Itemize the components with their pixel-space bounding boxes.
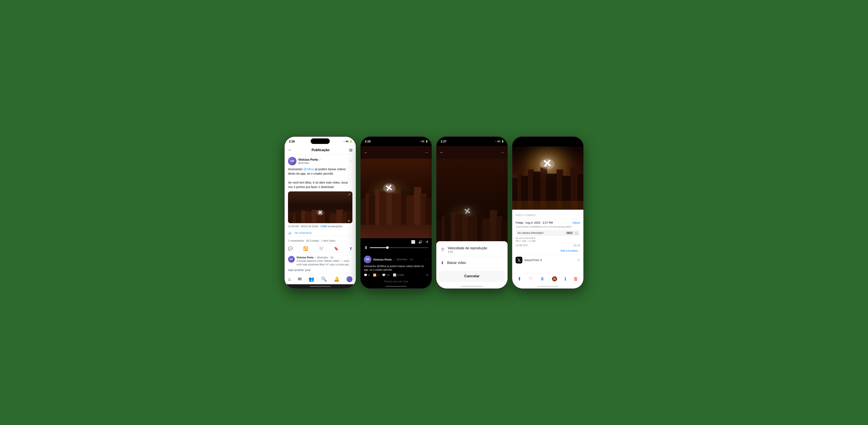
status-time-3: 2:27 [440,140,446,143]
back-button-2[interactable]: ← [364,150,368,154]
bottom-nav-1: ⌂ ✉ 👥 🔍 🔔 [285,274,356,284]
dynamic-island-3 [462,139,482,144]
home-indicator-1 [285,284,356,289]
swipe-hint-2: Deslize para ver mais [361,279,432,284]
context-menu-overlay-3[interactable]: ⏱ Velocidade de reprodução 1.0x ⬇ Baixar… [436,159,507,284]
phone-2: 2:26 ·· 4G 🔋 ← ··· [360,136,432,289]
home-bar-4 [537,286,558,287]
svg-rect-9 [336,210,343,223]
info-action-4[interactable]: ℹ [564,276,566,282]
like-stat-2[interactable]: 🤍 26 [382,273,389,277]
video-ctrl-icons-2: ⬜ 🔊 ↺ [364,240,428,244]
phone3-screen: 2:27 ·· 4G 🔋 ← ··· [436,137,507,289]
retweet-action-1[interactable]: 🔁 [303,246,308,251]
photo-bottom-bar-4: ⬆ ♡ ⏸ 🔕 ℹ 🗑 [512,273,583,284]
volume-icon-2[interactable]: 🔊 [418,240,423,244]
add-post-button-1[interactable]: Add another post [285,266,356,274]
tweet-author-2: VP Vinícius Porto ✓ @vinnitec · 1d ··· [364,255,428,263]
phone2-screen: 2:26 ·· 4G 🔋 ← ··· [361,137,432,289]
phones-container: 2:26 ·· 4G 🔋 ← Publicação ⊟ VP [284,136,584,289]
like-action-1[interactable]: 🤍 [319,246,323,251]
rotate-icon-2[interactable]: ↺ [426,240,428,244]
battery-3: 🔋 [501,140,504,143]
airplay-icon-2[interactable]: ⬜ [411,240,415,244]
battery-icon-1: 🔋 [349,140,352,143]
speed-icon: ⏱ [440,247,445,252]
duration-4: 00:19 [574,244,580,247]
status-bar-3: 2:27 ·· 4G 🔋 [436,137,507,146]
nav-community-icon[interactable]: 👥 [309,276,314,282]
tweet-more-2[interactable]: ··· [426,257,428,261]
more-button-2[interactable]: ··· [425,150,428,154]
bookmark-action-1[interactable]: 🔖 [334,246,339,251]
lens-info-4: No lens information [516,237,580,239]
video-dark-top: ← ··· [361,146,432,159]
progress-bar-2[interactable] [370,247,428,248]
svg-rect-4 [305,212,313,223]
add-location-btn-4[interactable]: Add a location... [560,249,580,252]
pause-action-4[interactable]: ⏸ [540,276,545,282]
cancel-button-3[interactable]: Cancelar [439,271,505,282]
menu-item-speed[interactable]: ⏱ Velocidade de reprodução 1.0x [436,243,507,257]
status-bar-4 [512,137,583,146]
speed-label: Velocidade de reprodução [448,246,487,250]
no-camera-text-4: No camera information [518,232,565,235]
nav-home-icon[interactable]: ⌂ [288,276,291,282]
tweet-menu-1[interactable]: ··· [350,159,352,163]
reply-action-1[interactable]: 💬 [288,246,293,251]
status-icons-3: ·· 4G 🔋 [495,140,504,143]
comments-stat-2[interactable]: 💬 6 [364,273,370,277]
reply-avatar-1[interactable]: VP [288,256,295,263]
svg-rect-17 [369,195,376,224]
author-info-1: Vinícius Porto ✓ @vinnitec [298,158,348,164]
pause-icon-2[interactable]: ⏸ [364,245,368,250]
svg-point-28 [383,183,396,192]
tweet-avatar-2[interactable]: VP [364,255,371,263]
tweet-meta-1: 12:40 AM · 8/3/23 de Earth · 3.849 visua… [288,225,352,228]
svg-rect-23 [406,195,415,224]
stats-bar-icon: 📊 [288,232,291,235]
ver-estatisticas[interactable]: Ver estatísticas [294,232,312,235]
home-bar-1 [310,286,331,287]
caption-input-4[interactable]: Add a Caption [516,212,580,219]
city-scene-svg-2: ✕ [361,159,432,238]
nav-search-icon[interactable]: 🔍 [321,276,327,282]
retweet-stat-2[interactable]: 🔁 2 [373,273,379,277]
nav-profile-avatar[interactable] [346,276,352,282]
expand-icon-1[interactable]: ⤢ [348,193,351,196]
tweet-text-2: Assinantes @XBlue já podem baixar vídeos… [364,265,428,272]
close-saved-4[interactable]: ✕ [578,259,580,262]
back-button-1[interactable]: ← [288,148,292,152]
share-action-4[interactable]: ⬆ [518,276,521,282]
views-stat-2[interactable]: 📊 3.849 [393,273,404,277]
tweet-info-2: VP Vinícius Porto ✓ @vinnitec · 1d ··· A… [361,253,432,279]
speed-info: Velocidade de reprodução 1.0x [448,246,487,253]
city-svg-1: ✕ [288,204,352,223]
delete-action-4[interactable]: 🗑 [574,276,578,282]
svg-rect-21 [392,193,402,224]
share-action-1[interactable]: ⬆ [349,246,352,251]
hevc-badge-4: HEVC [566,232,573,235]
video-volume-1[interactable]: 🔈 [348,219,351,222]
saved-from-row-4: Saved from X ✕ [516,254,580,264]
back-button-3[interactable]: ← [440,150,443,154]
speed-sub: 1.0x [448,250,487,253]
comment-icon-2: 💬 [364,273,367,277]
mute-action-4[interactable]: 🔕 [552,276,557,282]
context-menu-3: ⏱ Velocidade de reprodução 1.0x ⬇ Baixar… [436,241,507,284]
mention-xblue[interactable]: @XBlue [303,168,314,171]
nav-messages-icon[interactable]: ✉ [298,276,302,282]
adjust-link-4[interactable]: Adjust [572,221,580,224]
nav-notification-icon[interactable]: 🔔 [334,276,340,282]
fps-4: 23.98 FPS [516,244,528,247]
share-stat-2[interactable]: ⬆ [426,273,428,277]
progress-handle-2[interactable] [386,246,389,249]
bookmark-icon-1[interactable]: ⊟ [349,148,352,152]
menu-item-download[interactable]: ⬇ Baixar vídeo [436,257,507,269]
photo-date-row-4: Friday · Aug 4, 2023 · 2:27 PM Adjust [516,221,580,224]
author-avatar-1[interactable]: VP [288,157,297,165]
tweet-media-1[interactable]: ✕ ⤢ 🔈 [288,191,352,223]
more-button-3[interactable]: ··· [501,150,504,154]
photo-scene-svg-4: ✕ [512,146,583,210]
favorite-action-4[interactable]: ♡ [528,276,533,282]
